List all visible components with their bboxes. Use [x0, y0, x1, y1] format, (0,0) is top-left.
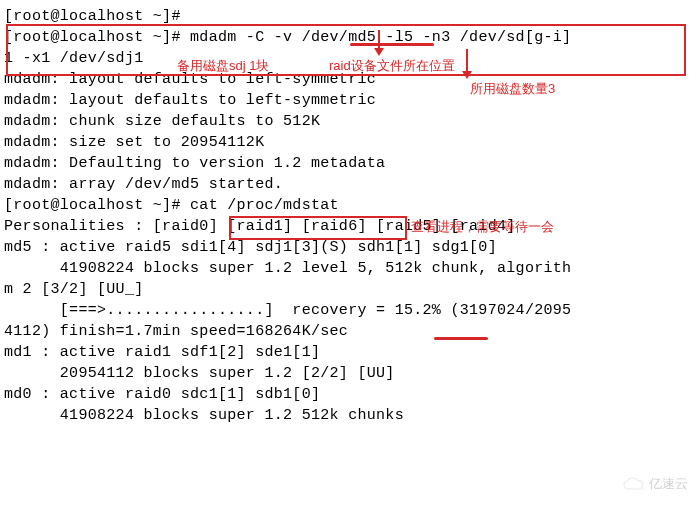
svg-marker-3 — [374, 48, 384, 56]
out-l3: mdadm: chunk size defaults to 512K — [4, 111, 692, 132]
mdstat-l3: 41908224 blocks super 1.2 level 5, 512k … — [4, 258, 692, 279]
watermark-text: 亿速云 — [649, 475, 688, 493]
mdstat-l10: 41908224 blocks super 1.2 512k chunks — [4, 405, 692, 426]
prompt2: [root@localhost ~]# — [4, 197, 190, 214]
underline-recovery-pct — [434, 337, 488, 340]
out-l6: mdadm: array /dev/md5 started. — [4, 174, 692, 195]
underline-dev-md5 — [350, 43, 434, 46]
out-l4: mdadm: size set to 20954112K — [4, 132, 692, 153]
mdstat-l8: 20954112 blocks super 1.2 [2/2] [UU] — [4, 363, 692, 384]
cmd2-text: cat /proc/mdstat — [190, 197, 339, 214]
annotation-backup-disk: 备用磁盘sdj 1块 — [177, 57, 269, 75]
highlight-box-cmd2 — [229, 216, 407, 240]
cloud-icon — [623, 477, 645, 491]
mdstat-l7: md1 : active raid1 sdf1[2] sde1[1] — [4, 342, 692, 363]
mdstat-l9: md0 : active raid0 sdc1[1] sdb1[0] — [4, 384, 692, 405]
mdstat-l5: [===>.................] recovery = 15.2%… — [4, 300, 692, 321]
mdstat-l4: m 2 [3/2] [UU_] — [4, 279, 692, 300]
watermark: 亿速云 — [623, 475, 688, 493]
out-l2: mdadm: layout defaults to left-symmetric — [4, 90, 692, 111]
svg-marker-1 — [462, 71, 472, 79]
annotation-raid-path: raid设备文件所在位置 — [329, 57, 455, 75]
mdstat-l2: md5 : active raid5 sdi1[4] sdj1[3](S) sd… — [4, 237, 692, 258]
out-l5: mdadm: Defaulting to version 1.2 metadat… — [4, 153, 692, 174]
annotation-disk-count: 所用磁盘数量3 — [470, 80, 555, 98]
cmd2-line: [root@localhost ~]# cat /proc/mdstat — [4, 195, 692, 216]
annotation-check-process: 查看进程，需要等待一会 — [411, 218, 554, 236]
arrow-down-icon — [460, 49, 474, 79]
mdstat-l6: 4112) finish=1.7min speed=168264K/sec — [4, 321, 692, 342]
